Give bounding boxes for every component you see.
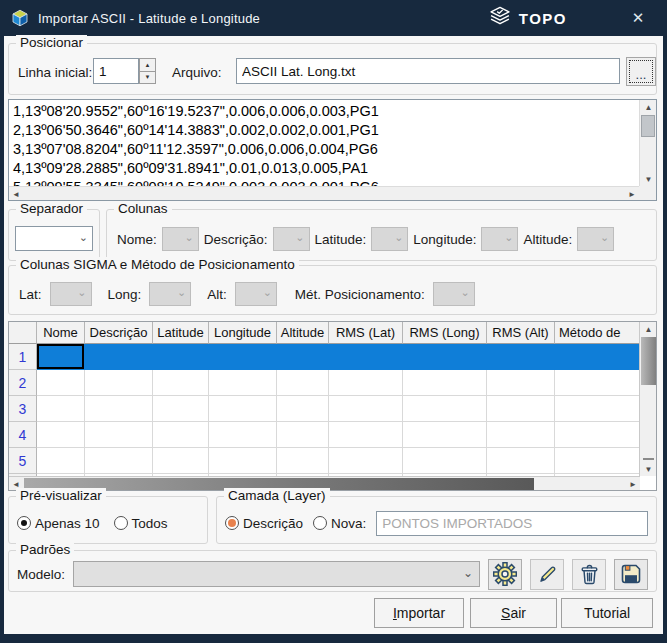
browse-button[interactable]: ... (626, 57, 656, 86)
table-cell[interactable] (85, 370, 153, 396)
dropdown-nome[interactable]: ⌄ (162, 227, 199, 251)
column-header[interactable]: Descrição (85, 322, 153, 344)
dropdown-met-posicionamento[interactable]: ⌄ (433, 282, 475, 306)
table-cell[interactable] (403, 396, 487, 422)
modelo-dropdown[interactable]: ⌄ (73, 561, 480, 587)
scroll-right-button[interactable]: ► (625, 187, 639, 201)
table-cell-focused[interactable] (37, 344, 85, 370)
table-cell[interactable] (329, 396, 403, 422)
scroll-down-button[interactable]: ▼ (640, 172, 657, 186)
table-cell[interactable] (209, 396, 277, 422)
radio-apenas-10[interactable]: Apenas 10 (17, 516, 100, 531)
column-header[interactable]: Altitude (277, 322, 329, 344)
radio-nova[interactable]: Nova: (313, 516, 366, 531)
scroll-right-button[interactable]: ► (626, 477, 640, 491)
close-button[interactable]: ✕ (623, 0, 653, 36)
table-cell[interactable] (329, 370, 403, 396)
table-cell[interactable] (403, 422, 487, 448)
column-header[interactable]: Nome (37, 322, 85, 344)
table-cell[interactable] (277, 448, 329, 474)
table-cell[interactable] (153, 422, 209, 448)
edit-button[interactable] (530, 559, 564, 590)
dropdown-sigma-alt[interactable]: ⌄ (235, 282, 277, 306)
table-cell[interactable] (85, 448, 153, 474)
radio-descricao[interactable]: Descrição (225, 516, 303, 531)
table-cell[interactable] (329, 448, 403, 474)
tutorial-button[interactable]: Tutorial (561, 598, 653, 628)
table-cell[interactable] (209, 448, 277, 474)
column-header[interactable]: Longitude (209, 322, 277, 344)
importar-button[interactable]: Importar (374, 598, 464, 628)
table-cell[interactable] (153, 448, 209, 474)
nova-camada-input[interactable] (376, 511, 648, 536)
table-cell[interactable] (153, 396, 209, 422)
column-header[interactable]: Método de (555, 322, 640, 344)
save-button[interactable] (614, 559, 648, 590)
table-cell[interactable] (277, 370, 329, 396)
table-cell[interactable] (209, 344, 277, 370)
dropdown-sigma-long[interactable]: ⌄ (149, 282, 191, 306)
settings-button[interactable] (488, 559, 522, 590)
sair-button[interactable]: Sair (470, 598, 557, 628)
preview-hscrollbar[interactable]: ◄ ► (9, 186, 639, 200)
table-cell[interactable] (487, 344, 555, 370)
table-cell[interactable] (85, 344, 153, 370)
table-cell[interactable] (487, 448, 555, 474)
table-cell[interactable] (555, 344, 640, 370)
delete-button[interactable] (572, 559, 606, 590)
radio-todos[interactable]: Todos (114, 516, 168, 531)
dropdown-altitude[interactable]: ⌄ (577, 227, 614, 251)
column-header[interactable]: RMS (Alt) (487, 322, 555, 344)
table-cell[interactable] (329, 344, 403, 370)
column-header[interactable]: RMS (Long) (403, 322, 487, 344)
table-cell[interactable] (85, 396, 153, 422)
preview-vscrollbar[interactable]: ▲ ▼ (639, 100, 656, 186)
table-cell[interactable] (153, 370, 209, 396)
table-cell[interactable] (555, 370, 640, 396)
scroll-up-button[interactable]: ▲ (640, 100, 657, 114)
linha-inicial-input[interactable] (93, 58, 139, 84)
dropdown-descricao[interactable]: ⌄ (273, 227, 310, 251)
table-cell[interactable] (209, 422, 277, 448)
table-cell[interactable] (37, 448, 85, 474)
file-preview[interactable]: 1,13º08'20.9552",60º16'19.5237",0.006,0.… (9, 100, 639, 186)
table-cell[interactable] (329, 422, 403, 448)
table-vscrollbar[interactable]: ▲ ▼ (639, 322, 656, 476)
table-cell[interactable] (487, 396, 555, 422)
table-cell[interactable] (555, 422, 640, 448)
table-cell[interactable] (277, 396, 329, 422)
scroll-down-button[interactable]: ▼ (640, 462, 657, 476)
table-cell[interactable] (487, 370, 555, 396)
scroll-left-button[interactable]: ◄ (9, 187, 23, 201)
column-header[interactable]: Latitude (153, 322, 209, 344)
table-cell[interactable] (277, 344, 329, 370)
scrollbar-thumb[interactable] (641, 337, 656, 385)
table-cell[interactable] (37, 370, 85, 396)
column-header[interactable] (9, 322, 37, 344)
dropdown-sigma-lat[interactable]: ⌄ (50, 282, 92, 306)
table-cell[interactable] (209, 370, 277, 396)
table-cell[interactable] (487, 422, 555, 448)
table-cell[interactable] (555, 396, 640, 422)
dropdown-longitude[interactable]: ⌄ (481, 227, 518, 251)
row-header[interactable]: 5 (9, 448, 37, 474)
table-cell[interactable] (403, 448, 487, 474)
scroll-up-button[interactable]: ▲ (640, 322, 657, 336)
table-cell[interactable] (85, 422, 153, 448)
spin-up-button[interactable]: ▲ (139, 58, 156, 72)
row-header[interactable]: 2 (9, 370, 37, 396)
separador-dropdown[interactable]: ⌄ (15, 226, 93, 251)
table-cell[interactable] (555, 448, 640, 474)
table-cell[interactable] (403, 370, 487, 396)
row-header[interactable]: 1 (9, 344, 37, 370)
scrollbar-thumb[interactable] (641, 115, 655, 137)
row-header[interactable]: 3 (9, 396, 37, 422)
spin-down-button[interactable]: ▼ (139, 72, 156, 85)
dropdown-latitude[interactable]: ⌄ (371, 227, 408, 251)
table-cell[interactable] (403, 344, 487, 370)
arquivo-input[interactable] (236, 58, 620, 84)
row-header[interactable]: 4 (9, 422, 37, 448)
column-header[interactable]: RMS (Lat) (329, 322, 403, 344)
table-cell[interactable] (277, 422, 329, 448)
table-cell[interactable] (37, 422, 85, 448)
